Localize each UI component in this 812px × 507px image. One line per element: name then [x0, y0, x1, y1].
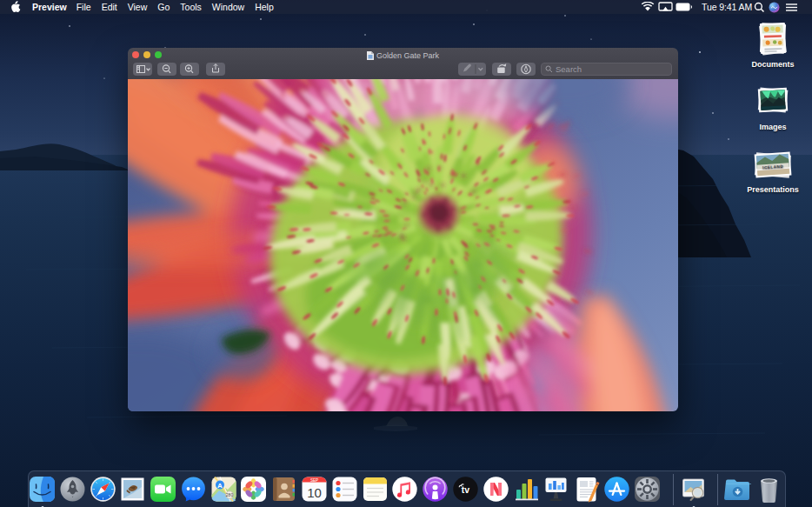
svg-text:10: 10 — [307, 485, 322, 500]
svg-text:A: A — [217, 482, 223, 490]
svg-text:tv: tv — [462, 484, 469, 495]
svg-text:280: 280 — [226, 492, 234, 497]
svg-text:SEP: SEP — [310, 478, 318, 483]
